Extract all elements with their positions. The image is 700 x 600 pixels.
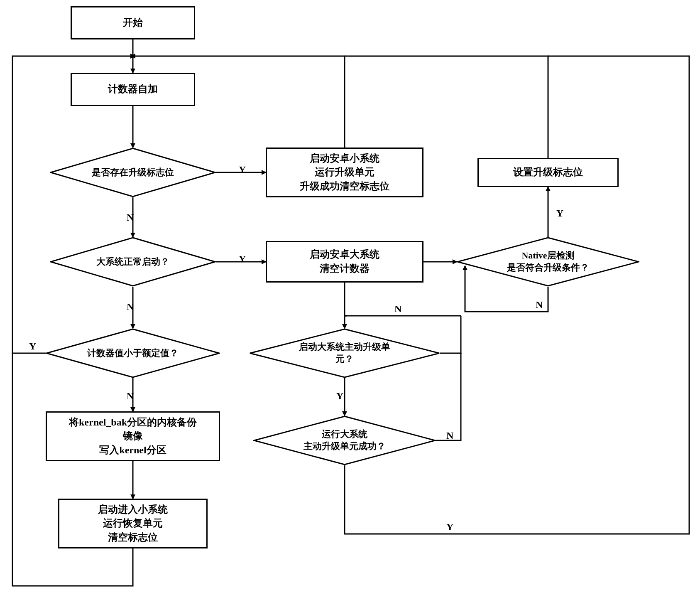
node-start-active-q: 启动大系统主动升级单 元？ [249, 328, 440, 378]
node-native-q: Native层检测 是否符合升级条件？ [457, 237, 639, 287]
node-start: 开始 [71, 6, 195, 39]
label-n-6: N [536, 299, 543, 310]
label-y-5: Y [446, 521, 453, 533]
label-y-3: Y [29, 341, 36, 352]
node-enter-small: 启动进入小系统 运行恢复单元 清空标志位 [58, 499, 208, 548]
label-n-5: N [446, 430, 453, 441]
node-boot-small: 启动安卓小系统 运行升级单元 升级成功清空标志位 [266, 148, 423, 197]
node-big-boot-q: 大系统正常启动？ [50, 237, 216, 287]
node-counter-lt-q: 计数器值小于额定值？ [46, 328, 220, 378]
label-n-4: N [394, 303, 401, 315]
label-n-2: N [127, 301, 134, 312]
label-n-3: N [127, 391, 134, 402]
node-write-kernel: 将kernel_bak分区的内核备份 镜像 写入kernel分区 [46, 411, 220, 461]
label-y-4: Y [336, 391, 343, 402]
node-counter-inc: 计数器自加 [71, 73, 195, 106]
node-upgrade-flag-q: 是否存在升级标志位 [50, 148, 216, 197]
node-run-active-q: 运行大系统 主动升级单元成功？ [253, 416, 436, 465]
node-boot-big: 启动安卓大系统 清空计数器 [266, 241, 423, 283]
label-y-2: Y [239, 253, 246, 265]
node-set-flag: 设置升级标志位 [477, 158, 619, 187]
label-y-1: Y [239, 164, 246, 175]
svg-marker-22 [130, 54, 135, 59]
svg-marker-23 [130, 54, 135, 59]
label-y-6: Y [556, 208, 563, 219]
label-n-1: N [127, 212, 134, 223]
